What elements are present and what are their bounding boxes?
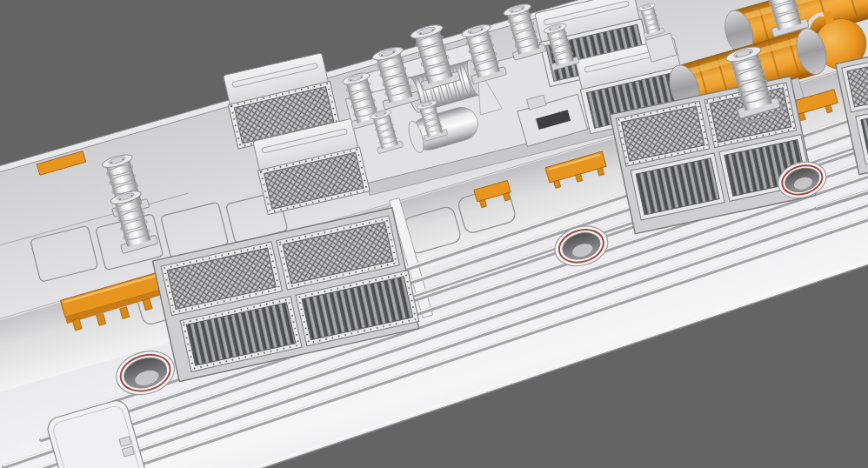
viewport-3d-canvas[interactable] — [0, 0, 868, 468]
viewport[interactable] — [0, 0, 868, 468]
